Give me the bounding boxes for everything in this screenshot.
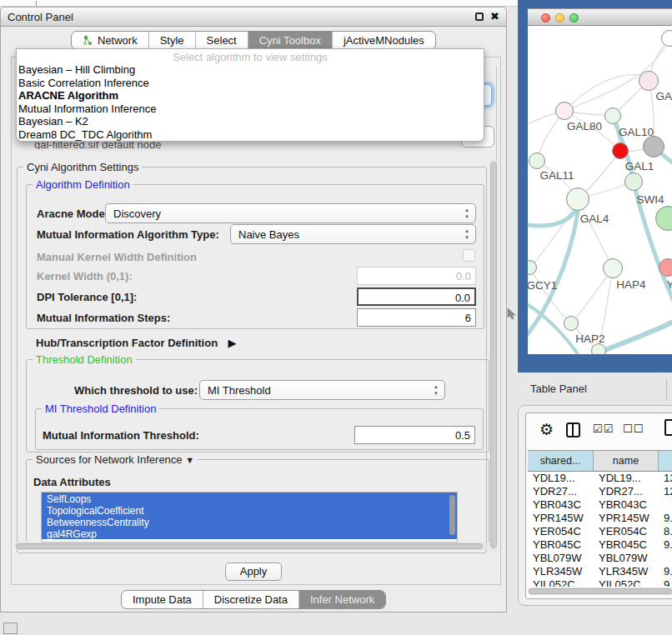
attr-items-container: SelfLoopsTopologicalCoefficientBetweenne… bbox=[42, 492, 457, 539]
data-attribute-item[interactable]: gal4RGexp bbox=[42, 528, 457, 539]
kernel-width-label: Kernel Width (0,1): bbox=[37, 270, 133, 282]
tab-select[interactable]: Select bbox=[195, 32, 248, 49]
algorithm-dropdown-item[interactable]: Dream8 DC_TDC Algorithm bbox=[17, 128, 484, 142]
algorithm-dropdown-item[interactable]: Basic Correlation Inference bbox=[17, 77, 484, 90]
table-column-header[interactable]: name bbox=[594, 451, 659, 471]
close-traffic-light-icon[interactable] bbox=[541, 13, 550, 22]
table-cell: YBR043C bbox=[594, 498, 659, 512]
algorithm-dropdown-item[interactable]: Bayesian – K2 bbox=[17, 115, 484, 128]
aracne-mode-combobox[interactable]: Discovery ▲▼ bbox=[105, 203, 476, 223]
attributes-list-scrollbar[interactable] bbox=[449, 495, 455, 535]
close-icon[interactable]: ✖ bbox=[490, 10, 499, 22]
dpi-tolerance-field[interactable]: 0.0 bbox=[357, 288, 476, 306]
gear-icon[interactable]: ⚙ bbox=[539, 420, 554, 439]
table-panel-titlebar-divider bbox=[666, 379, 667, 401]
table-row[interactable]: YBR043CYBR043C bbox=[528, 498, 672, 512]
mi-algorithm-type-combobox[interactable]: Naive Bayes ▲▼ bbox=[230, 224, 476, 244]
network-window-titlebar[interactable] bbox=[528, 8, 672, 26]
tab-discretize-data[interactable]: Discretize Data bbox=[203, 591, 298, 608]
tab-impute-data[interactable]: Impute Data bbox=[122, 591, 203, 608]
which-threshold-combobox[interactable]: MI Threshold ▲▼ bbox=[199, 380, 445, 400]
dpi-tolerance-label: DPI Tolerance [0,1]: bbox=[37, 291, 137, 303]
network-node-swi4[interactable] bbox=[624, 172, 643, 191]
table-panel: ⚙ ☑☑ ☐☐ shared...nameA YDL19...YDL19...1… bbox=[518, 405, 672, 606]
split-columns-icon[interactable] bbox=[566, 422, 580, 438]
network-node[interactable] bbox=[591, 343, 606, 354]
network-node-gal1[interactable] bbox=[612, 142, 629, 159]
threshold-definition-group: Threshold Definition Which threshold to … bbox=[26, 359, 489, 452]
network-node-gal[interactable] bbox=[639, 71, 659, 91]
data-attribute-item[interactable]: TopologicalCoefficient bbox=[42, 504, 457, 516]
table-row[interactable]: YDR27...YDR27...12 bbox=[528, 485, 672, 498]
settings-vertical-scrollbar[interactable] bbox=[489, 160, 499, 553]
table-cell: YDR27... bbox=[528, 485, 594, 498]
table-cell: YDL19... bbox=[528, 472, 594, 485]
algorithm-dropdown-item[interactable]: Mutual Information Inference bbox=[17, 102, 484, 116]
node-label: GAL bbox=[655, 90, 672, 102]
network-node-gal80[interactable] bbox=[555, 102, 574, 120]
network-node-gal11[interactable] bbox=[529, 152, 545, 169]
network-canvas[interactable]: GALGAL80GAL10GAL1GAL11SWI4GAL4GCY1HAP4YH… bbox=[528, 26, 672, 354]
network-node[interactable] bbox=[661, 30, 672, 47]
network-node-hap4[interactable] bbox=[603, 258, 623, 278]
hub-definition-toggle[interactable]: Hub/Transcription Factor Definition ▶ bbox=[36, 335, 237, 350]
table-cell: YER054C bbox=[594, 525, 659, 538]
tab-infer-network[interactable]: Infer Network bbox=[298, 591, 385, 608]
collapsed-arrow-icon: ▶ bbox=[228, 337, 237, 349]
float-window-icon[interactable] bbox=[475, 12, 484, 21]
kernel-width-field[interactable]: 0.0 bbox=[357, 267, 476, 285]
tab-cyni-toolbox[interactable]: Cyni Toolbox bbox=[248, 32, 332, 49]
table-column-header[interactable]: A bbox=[659, 451, 672, 471]
table-row[interactable]: YDL19...YDL19...13 bbox=[528, 472, 672, 485]
data-attribute-item[interactable]: BetweennessCentrality bbox=[42, 516, 457, 528]
control-panel-window: Control Panel ✖ Network Style Select Cyn… bbox=[0, 7, 507, 612]
tab-impute-data-label: Impute Data bbox=[133, 593, 192, 606]
network-node-y[interactable] bbox=[659, 258, 672, 277]
network-node-gal4[interactable] bbox=[566, 188, 589, 211]
table-row[interactable]: YIL052CYIL052C9 bbox=[528, 578, 672, 587]
network-node-hap2[interactable] bbox=[564, 316, 579, 331]
algorithm-dropdown-item[interactable]: Bayesian – Hill Climbing bbox=[17, 63, 484, 77]
network-view-window[interactable]: GALGAL80GAL10GAL1GAL11SWI4GAL4GCY1HAP4YH… bbox=[518, 0, 672, 372]
tab-jactivemnodules[interactable]: jActiveMNodules bbox=[332, 32, 435, 49]
tab-network[interactable]: Network bbox=[72, 32, 148, 49]
table-row[interactable]: YBL079WYBL079W bbox=[528, 552, 672, 565]
settings-horizontal-scrollbar[interactable] bbox=[15, 542, 489, 550]
node-label: GAL80 bbox=[567, 120, 602, 132]
checked-pair-icon[interactable]: ☑☑ bbox=[593, 422, 614, 435]
sources-title[interactable]: Sources for Network Inference ▼ bbox=[33, 453, 198, 466]
control-panel-titlebar: Control Panel ✖ bbox=[1, 8, 506, 27]
algorithm-dropdown-item[interactable]: ARACNE Algorithm bbox=[17, 89, 484, 102]
network-node[interactable] bbox=[643, 136, 664, 158]
apply-button[interactable]: Apply bbox=[225, 562, 282, 581]
file-icon[interactable] bbox=[664, 419, 672, 436]
table-cell: YPR145W bbox=[594, 512, 659, 525]
table-row[interactable]: YLR345WYLR345W9. bbox=[528, 565, 672, 578]
table-row[interactable]: YBR045CYBR045C9. bbox=[528, 538, 672, 552]
manual-kernel-checkbox[interactable] bbox=[463, 249, 475, 262]
minimized-panel-icon[interactable] bbox=[3, 622, 18, 634]
unchecked-pair-icon[interactable]: ☐☐ bbox=[623, 422, 644, 435]
algorithm-definition-group: Algorithm Definition Aracne Mode: Discov… bbox=[26, 184, 484, 329]
table-cell: 9. bbox=[659, 565, 672, 578]
algorithm-definition-title: Algorithm Definition bbox=[33, 178, 133, 191]
network-node-gal10[interactable] bbox=[604, 108, 621, 124]
mi-steps-field[interactable]: 6 bbox=[357, 308, 476, 327]
data-attributes-list[interactable]: SelfLoopsTopologicalCoefficientBetweenne… bbox=[41, 492, 458, 542]
zoom-traffic-light-icon[interactable] bbox=[569, 13, 579, 22]
table-cell: YBL079W bbox=[594, 552, 659, 565]
table-row[interactable]: YER054CYER054C8. bbox=[528, 525, 672, 538]
algorithm-dropdown-prompt: Select algorithm to view settings bbox=[17, 49, 484, 63]
mi-type-value: Naive Bayes bbox=[238, 228, 299, 241]
table-column-header[interactable]: shared... bbox=[528, 451, 594, 471]
table-horizontal-scrollbar[interactable] bbox=[528, 588, 672, 595]
node-label: GAL11 bbox=[539, 169, 574, 182]
table-cell: 13 bbox=[659, 472, 672, 485]
table-cell bbox=[659, 498, 672, 512]
table-row[interactable]: YPR145WYPR145W9. bbox=[528, 512, 672, 525]
minimize-traffic-light-icon[interactable] bbox=[555, 13, 564, 22]
mi-threshold-field[interactable]: 0.5 bbox=[354, 426, 475, 444]
tab-style[interactable]: Style bbox=[148, 32, 195, 49]
data-attribute-item[interactable]: SelfLoops bbox=[42, 492, 457, 504]
groupbox-edge-fragment bbox=[496, 66, 497, 162]
